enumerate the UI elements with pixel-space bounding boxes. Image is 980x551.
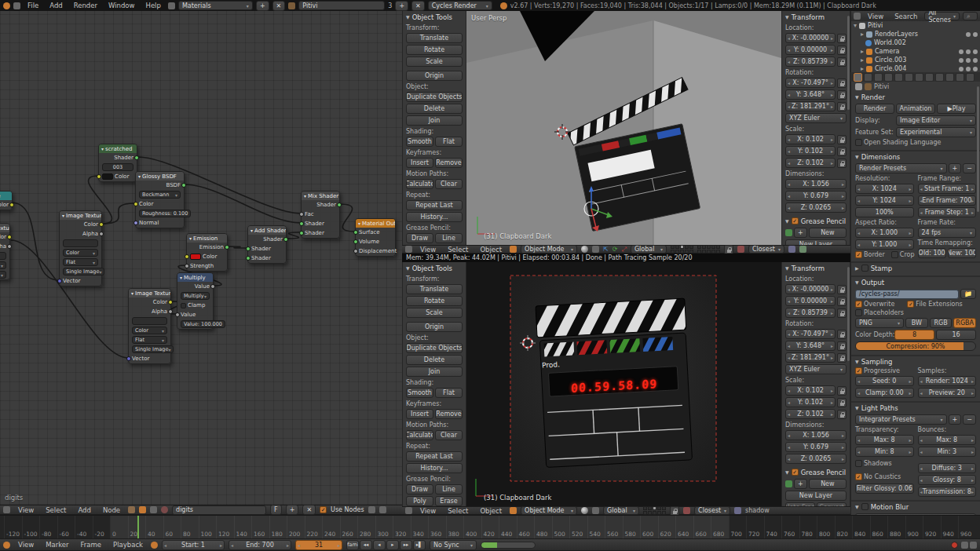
aspect-y-field[interactable]: Y: 1.000 [855, 239, 914, 250]
scale-x-field[interactable]: X: 0.102 [785, 385, 836, 396]
color-swatch[interactable] [190, 254, 201, 260]
lock-icon[interactable] [837, 147, 847, 156]
rotation-y-field[interactable]: Y: 3.648° [785, 89, 836, 100]
gp-line-button[interactable]: Line [435, 233, 463, 243]
vp-menu-view[interactable]: View [416, 246, 440, 254]
scale-x-field[interactable]: X: 0.102 [785, 134, 836, 144]
manipulator-scale-icon[interactable]: ⤢ [622, 246, 627, 254]
timeline-ruler[interactable]: -120-100-80-60-40-2002040608010012014016… [0, 515, 980, 538]
rotation-y-field[interactable]: Y: 3.648° [785, 341, 836, 351]
node-header[interactable]: Material Output [356, 219, 395, 228]
node-socket[interactable] [7, 244, 12, 249]
node-socket[interactable] [299, 231, 304, 235]
editor-type-icon[interactable] [3, 506, 10, 513]
lock-icon[interactable] [837, 78, 847, 88]
render-anim-icon[interactable] [799, 246, 806, 253]
material-name-field[interactable]: digits [172, 505, 266, 515]
scrollbar[interactable] [847, 267, 850, 361]
node-header[interactable]: Emission [187, 234, 227, 243]
node-socket[interactable] [283, 237, 288, 242]
manipulator-rotate-icon[interactable]: ⟳ [612, 246, 618, 253]
playback-button-5[interactable]: ▸▌ [413, 540, 426, 550]
flat-button[interactable]: Flat [435, 137, 463, 147]
rotate-button[interactable]: Rotate [406, 296, 463, 306]
placeholders-checkbox[interactable] [855, 309, 862, 316]
vp-menu-select[interactable]: Select [444, 507, 472, 515]
orientation-select[interactable]: Global [603, 506, 639, 515]
dimension-y-field[interactable]: Y: 0.679 [785, 191, 847, 201]
screen-layout-icon[interactable] [168, 2, 175, 9]
aspect-x-field[interactable]: X: 1.000 [855, 228, 914, 238]
calculate-paths-button[interactable]: Calculate [406, 179, 433, 189]
node-field[interactable] [132, 317, 167, 325]
bounces-min-field[interactable]: Min: 3 [918, 447, 977, 457]
insert-keyframe-button[interactable]: Insert [406, 409, 433, 419]
resolution-x-field[interactable]: X: 1024 [855, 184, 914, 194]
node-add-shader[interactable]: Add ShaderShaderShaderShader [247, 225, 287, 264]
node-row[interactable] [60, 239, 101, 248]
frame-step-field[interactable]: Frame Step: 1 [918, 207, 977, 217]
location-z-field[interactable]: Z: 0.85739 [785, 308, 836, 318]
node-header[interactable]: Texture [0, 192, 12, 200]
node-socket[interactable] [7, 235, 12, 239]
material-add-button[interactable]: + [286, 505, 299, 515]
outliner-menu-view[interactable]: View [864, 13, 887, 20]
node-dropdown[interactable]: Flat [0, 271, 6, 279]
start-frame-field[interactable]: Start Frame: 1 [918, 184, 977, 194]
node-row[interactable] [0, 251, 9, 261]
panel-dimensions-header[interactable]: Dimensions [851, 151, 980, 162]
color-swatch[interactable] [102, 173, 113, 180]
editor-type-icon[interactable] [405, 246, 412, 253]
node-header[interactable]: Multiply [177, 273, 213, 282]
node-dropdown[interactable]: Flat [132, 336, 167, 344]
smooth-button[interactable]: Smooth [406, 137, 433, 147]
tab-texture-icon[interactable] [945, 73, 954, 82]
node-dropdown[interactable]: Multiply [181, 292, 210, 300]
rotation-x-field[interactable]: X: -70.497° [785, 78, 836, 88]
outliner-menu-search[interactable]: Search [890, 13, 921, 20]
shader-type-icon[interactable] [128, 506, 135, 513]
rotation-z-field[interactable]: Z: 181.291° [785, 352, 836, 363]
lock-icon[interactable] [670, 506, 679, 516]
dimension-x-field[interactable]: X: 1.056 [785, 179, 847, 189]
insert-keyframe-button[interactable]: Insert [406, 158, 433, 168]
lock-icon[interactable] [837, 34, 847, 43]
layers-widget[interactable] [643, 506, 666, 515]
transparency-max-field[interactable]: Max: 8 [855, 435, 914, 445]
node-socket[interactable] [181, 183, 186, 188]
scale-z-field[interactable]: Z: 0.102 [785, 158, 836, 168]
node-image-texture[interactable]: Image TextureColorAlphaColorFlat [0, 223, 10, 280]
history-button[interactable]: History... [406, 463, 463, 473]
filter-glossy-field[interactable]: Filter Glossy: 0.06 [855, 483, 914, 494]
material-node-tree-icon[interactable] [139, 506, 146, 513]
playback-button-2[interactable]: ◂ [373, 540, 386, 550]
node-row[interactable]: Clamp [177, 301, 213, 310]
grease-pencil-checkbox[interactable] [792, 469, 799, 476]
node-image-texture[interactable]: Image TextureColorAlphaColorFlatSingle I… [128, 288, 171, 364]
end-frame-field[interactable]: End Frame: 700 [918, 195, 977, 206]
mode-select[interactable]: Object Mode [521, 245, 577, 254]
tab-world-icon[interactable] [884, 73, 893, 82]
node-socket[interactable] [99, 232, 104, 236]
origin-button[interactable]: Origin [406, 71, 463, 81]
translate-button[interactable]: Translate [406, 33, 463, 43]
remove-keyframe-button[interactable]: Remove [435, 158, 463, 168]
panel-render-header[interactable]: Render [851, 92, 980, 102]
location-y-field[interactable]: Y: 0.00000 [785, 45, 836, 55]
tab-physics-icon[interactable] [966, 73, 975, 82]
node-row[interactable]: Multiply [177, 291, 213, 301]
node-row[interactable]: Flat [60, 257, 101, 267]
folder-browse-icon[interactable]: 📁 [960, 289, 976, 299]
panel-output-header[interactable]: Output [851, 277, 980, 287]
tab-constraints-icon[interactable] [905, 73, 913, 82]
bw-button[interactable]: BW [905, 318, 928, 328]
playback-button-0[interactable]: �family [346, 540, 359, 550]
node-mix-shader[interactable]: Mix ShaderShaderFacShaderShader [301, 191, 340, 239]
rotation-mode-select[interactable]: XYZ Euler [785, 364, 847, 374]
integrator-presets-select[interactable]: Integrator Presets [855, 414, 947, 425]
seed-field[interactable]: Seed: 0 [855, 376, 914, 386]
layers-widget[interactable] [671, 245, 693, 254]
node-field[interactable] [0, 252, 6, 260]
scale-y-field[interactable]: Y: 0.102 [785, 397, 836, 407]
menu-window[interactable]: Window [104, 2, 139, 9]
